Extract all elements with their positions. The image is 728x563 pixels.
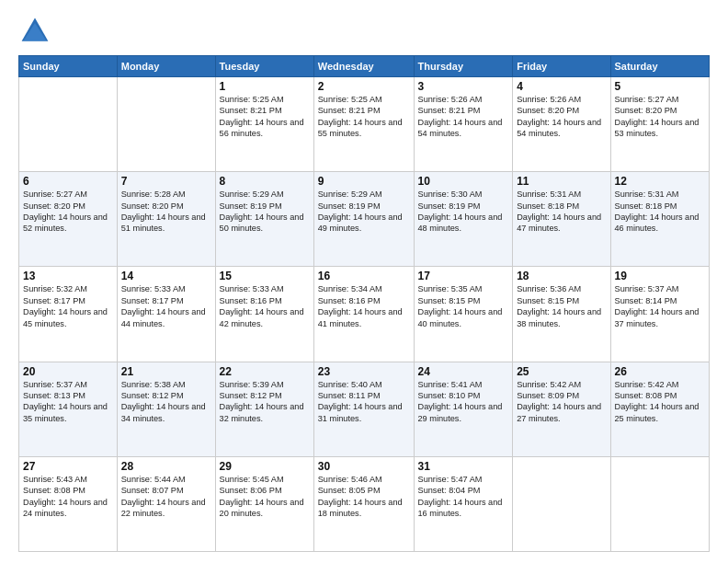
calendar-header-row: SundayMondayTuesdayWednesdayThursdayFrid… xyxy=(19,56,710,77)
day-detail: Sunrise: 5:27 AM Sunset: 8:20 PM Dayligh… xyxy=(615,94,706,140)
week-row-3: 13Sunrise: 5:32 AM Sunset: 8:17 PM Dayli… xyxy=(19,267,710,362)
day-header-friday: Friday xyxy=(513,56,610,77)
week-row-4: 20Sunrise: 5:37 AM Sunset: 8:13 PM Dayli… xyxy=(19,362,710,456)
day-detail: Sunrise: 5:42 AM Sunset: 8:08 PM Dayligh… xyxy=(615,379,706,425)
calendar-cell: 15Sunrise: 5:33 AM Sunset: 8:16 PM Dayli… xyxy=(215,267,313,362)
day-number: 18 xyxy=(517,270,606,282)
calendar-cell: 25Sunrise: 5:42 AM Sunset: 8:09 PM Dayli… xyxy=(513,362,610,456)
logo-icon xyxy=(18,15,51,48)
calendar-cell: 13Sunrise: 5:32 AM Sunset: 8:17 PM Dayli… xyxy=(19,267,118,362)
day-header-sunday: Sunday xyxy=(19,56,118,77)
day-detail: Sunrise: 5:33 AM Sunset: 8:16 PM Dayligh… xyxy=(220,283,310,329)
day-detail: Sunrise: 5:37 AM Sunset: 8:14 PM Dayligh… xyxy=(615,283,706,329)
calendar-cell: 23Sunrise: 5:40 AM Sunset: 8:11 PM Dayli… xyxy=(313,362,414,456)
day-number: 21 xyxy=(121,365,211,378)
week-row-2: 6Sunrise: 5:27 AM Sunset: 8:20 PM Daylig… xyxy=(19,172,710,267)
day-detail: Sunrise: 5:43 AM Sunset: 8:08 PM Dayligh… xyxy=(23,474,113,520)
day-number: 23 xyxy=(318,365,410,378)
day-number: 20 xyxy=(23,365,113,378)
day-detail: Sunrise: 5:45 AM Sunset: 8:06 PM Dayligh… xyxy=(220,474,310,520)
calendar-cell: 18Sunrise: 5:36 AM Sunset: 8:15 PM Dayli… xyxy=(513,267,610,362)
day-number: 6 xyxy=(23,175,113,188)
day-number: 10 xyxy=(418,175,509,188)
day-number: 29 xyxy=(220,460,310,473)
calendar-cell: 21Sunrise: 5:38 AM Sunset: 8:12 PM Dayli… xyxy=(117,362,215,456)
calendar-cell: 24Sunrise: 5:41 AM Sunset: 8:10 PM Dayli… xyxy=(414,362,513,456)
calendar-cell: 22Sunrise: 5:39 AM Sunset: 8:12 PM Dayli… xyxy=(215,362,313,456)
day-number: 22 xyxy=(220,365,310,378)
day-number: 1 xyxy=(220,80,310,93)
day-number: 15 xyxy=(220,270,310,282)
logo xyxy=(18,15,55,48)
day-number: 19 xyxy=(615,270,706,282)
calendar-cell: 28Sunrise: 5:44 AM Sunset: 8:07 PM Dayli… xyxy=(117,456,215,551)
calendar-cell: 12Sunrise: 5:31 AM Sunset: 8:18 PM Dayli… xyxy=(610,172,710,267)
week-row-5: 27Sunrise: 5:43 AM Sunset: 8:08 PM Dayli… xyxy=(19,456,710,551)
calendar-cell: 27Sunrise: 5:43 AM Sunset: 8:08 PM Dayli… xyxy=(19,456,118,551)
day-number: 24 xyxy=(418,365,509,378)
calendar-cell xyxy=(513,456,610,551)
calendar-cell: 10Sunrise: 5:30 AM Sunset: 8:19 PM Dayli… xyxy=(414,172,513,267)
day-detail: Sunrise: 5:33 AM Sunset: 8:17 PM Dayligh… xyxy=(121,283,211,329)
calendar-cell: 1Sunrise: 5:25 AM Sunset: 8:21 PM Daylig… xyxy=(215,77,313,172)
day-number: 2 xyxy=(318,80,410,93)
day-detail: Sunrise: 5:28 AM Sunset: 8:20 PM Dayligh… xyxy=(121,189,211,235)
calendar-cell: 6Sunrise: 5:27 AM Sunset: 8:20 PM Daylig… xyxy=(19,172,118,267)
calendar-cell: 19Sunrise: 5:37 AM Sunset: 8:14 PM Dayli… xyxy=(610,267,710,362)
day-detail: Sunrise: 5:25 AM Sunset: 8:21 PM Dayligh… xyxy=(220,94,310,140)
day-number: 8 xyxy=(220,175,310,188)
day-detail: Sunrise: 5:32 AM Sunset: 8:17 PM Dayligh… xyxy=(23,283,113,329)
day-detail: Sunrise: 5:37 AM Sunset: 8:13 PM Dayligh… xyxy=(23,379,113,425)
day-detail: Sunrise: 5:35 AM Sunset: 8:15 PM Dayligh… xyxy=(418,283,509,329)
day-header-monday: Monday xyxy=(117,56,215,77)
day-detail: Sunrise: 5:41 AM Sunset: 8:10 PM Dayligh… xyxy=(418,379,509,425)
day-detail: Sunrise: 5:29 AM Sunset: 8:19 PM Dayligh… xyxy=(220,189,310,235)
day-number: 4 xyxy=(517,80,606,93)
calendar-cell: 7Sunrise: 5:28 AM Sunset: 8:20 PM Daylig… xyxy=(117,172,215,267)
day-detail: Sunrise: 5:40 AM Sunset: 8:11 PM Dayligh… xyxy=(318,379,410,425)
page: SundayMondayTuesdayWednesdayThursdayFrid… xyxy=(0,0,728,563)
day-detail: Sunrise: 5:31 AM Sunset: 8:18 PM Dayligh… xyxy=(615,189,706,235)
day-detail: Sunrise: 5:26 AM Sunset: 8:20 PM Dayligh… xyxy=(517,94,606,140)
day-detail: Sunrise: 5:46 AM Sunset: 8:05 PM Dayligh… xyxy=(318,474,410,520)
calendar-cell: 26Sunrise: 5:42 AM Sunset: 8:08 PM Dayli… xyxy=(610,362,710,456)
day-detail: Sunrise: 5:36 AM Sunset: 8:15 PM Dayligh… xyxy=(517,283,606,329)
day-number: 5 xyxy=(615,80,706,93)
calendar-cell: 2Sunrise: 5:25 AM Sunset: 8:21 PM Daylig… xyxy=(313,77,414,172)
calendar-cell: 31Sunrise: 5:47 AM Sunset: 8:04 PM Dayli… xyxy=(414,456,513,551)
calendar-cell: 17Sunrise: 5:35 AM Sunset: 8:15 PM Dayli… xyxy=(414,267,513,362)
day-number: 9 xyxy=(318,175,410,188)
day-header-thursday: Thursday xyxy=(414,56,513,77)
day-detail: Sunrise: 5:42 AM Sunset: 8:09 PM Dayligh… xyxy=(517,379,606,425)
calendar-cell: 29Sunrise: 5:45 AM Sunset: 8:06 PM Dayli… xyxy=(215,456,313,551)
day-header-wednesday: Wednesday xyxy=(313,56,414,77)
day-detail: Sunrise: 5:25 AM Sunset: 8:21 PM Dayligh… xyxy=(318,94,410,140)
calendar-cell xyxy=(610,456,710,551)
day-number: 11 xyxy=(517,175,606,188)
svg-marker-1 xyxy=(23,23,46,41)
day-number: 28 xyxy=(121,460,211,473)
day-detail: Sunrise: 5:26 AM Sunset: 8:21 PM Dayligh… xyxy=(418,94,509,140)
day-number: 31 xyxy=(418,460,509,473)
week-row-1: 1Sunrise: 5:25 AM Sunset: 8:21 PM Daylig… xyxy=(19,77,710,172)
day-detail: Sunrise: 5:39 AM Sunset: 8:12 PM Dayligh… xyxy=(220,379,310,425)
calendar-cell: 8Sunrise: 5:29 AM Sunset: 8:19 PM Daylig… xyxy=(215,172,313,267)
day-number: 14 xyxy=(121,270,211,282)
day-number: 25 xyxy=(517,365,606,378)
calendar-cell xyxy=(19,77,118,172)
day-number: 13 xyxy=(23,270,113,282)
calendar-table: SundayMondayTuesdayWednesdayThursdayFrid… xyxy=(18,55,710,552)
calendar-cell: 16Sunrise: 5:34 AM Sunset: 8:16 PM Dayli… xyxy=(313,267,414,362)
day-detail: Sunrise: 5:47 AM Sunset: 8:04 PM Dayligh… xyxy=(418,474,509,520)
day-header-saturday: Saturday xyxy=(610,56,710,77)
day-number: 30 xyxy=(318,460,410,473)
day-number: 17 xyxy=(418,270,509,282)
calendar-cell: 14Sunrise: 5:33 AM Sunset: 8:17 PM Dayli… xyxy=(117,267,215,362)
day-number: 26 xyxy=(615,365,706,378)
calendar-cell: 4Sunrise: 5:26 AM Sunset: 8:20 PM Daylig… xyxy=(513,77,610,172)
calendar-cell: 11Sunrise: 5:31 AM Sunset: 8:18 PM Dayli… xyxy=(513,172,610,267)
calendar-cell: 5Sunrise: 5:27 AM Sunset: 8:20 PM Daylig… xyxy=(610,77,710,172)
day-header-tuesday: Tuesday xyxy=(215,56,313,77)
calendar-cell: 20Sunrise: 5:37 AM Sunset: 8:13 PM Dayli… xyxy=(19,362,118,456)
day-number: 16 xyxy=(318,270,410,282)
